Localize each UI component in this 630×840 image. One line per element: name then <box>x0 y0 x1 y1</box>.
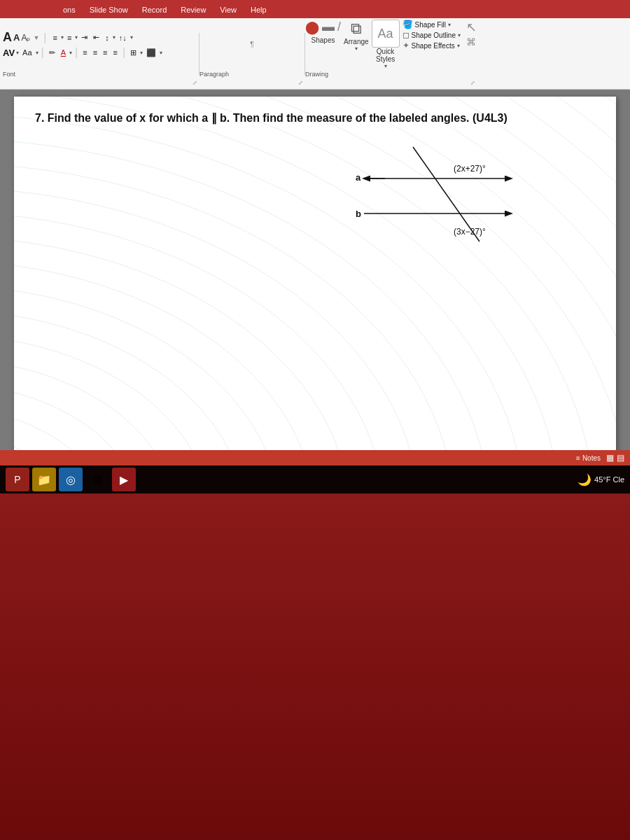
shapes-column: ⬤ ▬ / Shapes <box>305 20 341 44</box>
font-group: A A Aₚ ▼ | ≡ ▾ ≡ ▾ ⇥ ⇤ ↕ ▾ ↑↓ ▾ <box>3 20 199 88</box>
tab-help[interactable]: Help <box>244 4 274 16</box>
arrange-column: ⧉ Arrange ▾ <box>344 20 369 52</box>
indent-button[interactable]: ⇥ <box>79 32 90 43</box>
tab-slideshow[interactable]: Slide Show <box>83 4 135 16</box>
quick-styles-label: Quick Styles <box>376 48 395 63</box>
list-bullet-dropdown[interactable]: ▾ <box>61 34 64 41</box>
tab-review[interactable]: Review <box>174 4 213 16</box>
slash-icon: / <box>337 20 341 35</box>
tab-view[interactable]: View <box>213 4 244 16</box>
line-spacing-dropdown[interactable]: ▾ <box>113 34 115 41</box>
svg-text:(2x+27)°: (2x+27)° <box>454 164 486 174</box>
paragraph-group-expand-icon[interactable]: ⤢ <box>298 80 303 86</box>
text-direction-dropdown[interactable]: ▾ <box>160 50 162 56</box>
tab-ons[interactable]: ons <box>56 4 83 16</box>
sort-dropdown[interactable]: ▾ <box>130 34 133 41</box>
aa-dropdown[interactable]: ▾ <box>36 50 38 56</box>
paragraph-group: ¶ Paragraph ⤢ <box>200 20 304 88</box>
view-slide-icon[interactable]: ▤ <box>617 453 624 463</box>
quick-styles-icon: Aa <box>378 27 393 41</box>
align-justify-button[interactable]: ≡ <box>111 48 120 57</box>
taskbar: P 📁 ◎ ⊞ ▶ 🌙 45°F Cle <box>0 465 630 493</box>
view-normal-icon[interactable]: ▦ <box>606 453 614 463</box>
lower-area <box>0 493 630 840</box>
slide-area: .wave-line { fill: none; stroke: #a8d4d4… <box>0 90 630 450</box>
align-right-button[interactable]: ≡ <box>101 48 109 57</box>
problem-text: 7. Find the value of x for which a ∥ b. … <box>35 111 595 126</box>
quick-styles-box: Aa <box>372 20 400 48</box>
moon-icon: 🌙 <box>578 473 592 486</box>
notes-icon: ≡ <box>576 454 580 462</box>
eraser-button[interactable]: ✏ <box>47 48 57 58</box>
columns-dropdown[interactable]: ▾ <box>140 50 143 56</box>
columns-button[interactable]: ⊞ <box>128 48 139 58</box>
quick-styles-column: Aa Quick Styles ▾ <box>372 20 400 69</box>
format-icon: ⌘ <box>466 36 476 48</box>
taskbar-powerpoint-icon[interactable]: P <box>6 468 29 491</box>
quick-styles-dropdown[interactable]: ▾ <box>384 63 387 69</box>
paragraph-group-label: Paragraph <box>200 69 304 78</box>
taskbar-file-manager-icon[interactable]: 📁 <box>32 468 56 491</box>
font-color-dropdown[interactable]: ▾ <box>69 50 72 56</box>
svg-point-0 <box>14 433 70 450</box>
notes-label: Notes <box>582 454 601 462</box>
cursor-icon: ↖ <box>466 20 477 35</box>
shape-outline-row: ◻ Shape Outline ▾ <box>402 30 461 40</box>
svg-point-1 <box>14 408 105 450</box>
shape-fill-dropdown[interactable]: ▾ <box>448 22 451 28</box>
av-dropdown[interactable]: ▾ <box>16 50 19 56</box>
chevron-down-icon: ▼ <box>33 34 39 41</box>
status-right: ≡ Notes ▦ ▤ <box>576 453 624 463</box>
ribbon: ons Slide Show Record Review View Help A… <box>0 0 630 90</box>
drawing-group-expand-icon[interactable]: ⤢ <box>470 80 475 86</box>
font-name-button[interactable]: Aa <box>20 48 34 57</box>
outdent-button[interactable]: ⇤ <box>91 32 102 43</box>
list-number-dropdown[interactable]: ▾ <box>75 34 78 41</box>
shape-style-column: 🪣 Shape Fill ▾ ◻ Shape Outline ▾ ✦ Shape… <box>402 20 461 50</box>
line-spacing-button[interactable]: ↕ <box>103 33 111 43</box>
big-a-icon: A <box>3 30 12 45</box>
shape-effects-icon: ✦ <box>402 41 410 50</box>
svg-point-7 <box>14 261 315 450</box>
shape-effects-dropdown[interactable]: ▾ <box>457 43 460 49</box>
paragraph-placeholder: ¶ <box>250 41 253 48</box>
sort-button[interactable]: ↑↓ <box>117 33 129 43</box>
align-left-button[interactable]: ≡ <box>80 48 89 57</box>
shape-effects-label: Shape Effects <box>412 42 455 50</box>
arrange-dropdown[interactable]: ▾ <box>355 46 358 52</box>
circle-icon: ⬤ <box>305 20 319 35</box>
svg-text:a: a <box>356 172 361 183</box>
svg-point-5 <box>14 310 245 450</box>
svg-text:b: b <box>356 209 361 219</box>
taskbar-weather: 🌙 45°F Cle <box>578 473 624 486</box>
taskbar-app4-icon[interactable]: ▶ <box>112 468 136 491</box>
font-row1: A A Aₚ ▼ | ≡ ▾ ≡ ▾ ⇥ ⇤ ↕ ▾ ↑↓ ▾ <box>3 30 133 45</box>
rectangle-icon: ▬ <box>322 20 335 35</box>
media-icon: ▶ <box>120 473 128 486</box>
text-direction-button[interactable]: ⬛ <box>144 48 158 58</box>
taskbar-browser-icon[interactable]: ◎ <box>59 468 83 491</box>
svg-point-6 <box>14 286 280 450</box>
shape-fill-icon: 🪣 <box>402 20 413 29</box>
list-number-button[interactable]: ≡ <box>65 33 74 43</box>
svg-text:(3x−27)°: (3x−27)° <box>454 227 486 237</box>
font-group-expand-icon[interactable]: ⤢ <box>192 80 197 86</box>
extra-icons-column: ↖ ⌘ <box>466 20 477 48</box>
font-group-label: Font <box>3 69 199 78</box>
font-p-icon: Aₚ <box>21 33 30 43</box>
font-group-content: A A Aₚ ▼ | ≡ ▾ ≡ ▾ ⇥ ⇤ ↕ ▾ ↑↓ ▾ <box>3 20 199 69</box>
align-center-button[interactable]: ≡ <box>91 48 99 57</box>
diagram-svg: a b (2x+27)° (3x−27)° <box>343 140 553 252</box>
list-bullet-button[interactable]: ≡ <box>50 33 59 43</box>
shape-outline-dropdown[interactable]: ▾ <box>458 32 461 38</box>
tab-record[interactable]: Record <box>135 4 174 16</box>
slide[interactable]: .wave-line { fill: none; stroke: #a8d4d4… <box>14 97 616 450</box>
drawing-group: ⬤ ▬ / Shapes ⧉ Arrange ▾ Aa <box>305 20 477 88</box>
notes-button[interactable]: ≡ Notes <box>576 454 601 462</box>
taskbar-app3-icon[interactable]: ⊞ <box>85 468 109 491</box>
diagram-area: a b (2x+27)° (3x−27)° <box>343 140 553 252</box>
folder-icon: 📁 <box>37 473 51 486</box>
slide-content: 7. Find the value of x for which a ∥ b. … <box>14 97 616 266</box>
drawing-group-content: ⬤ ▬ / Shapes ⧉ Arrange ▾ Aa <box>305 20 477 69</box>
font-color-button[interactable]: A <box>59 48 68 57</box>
